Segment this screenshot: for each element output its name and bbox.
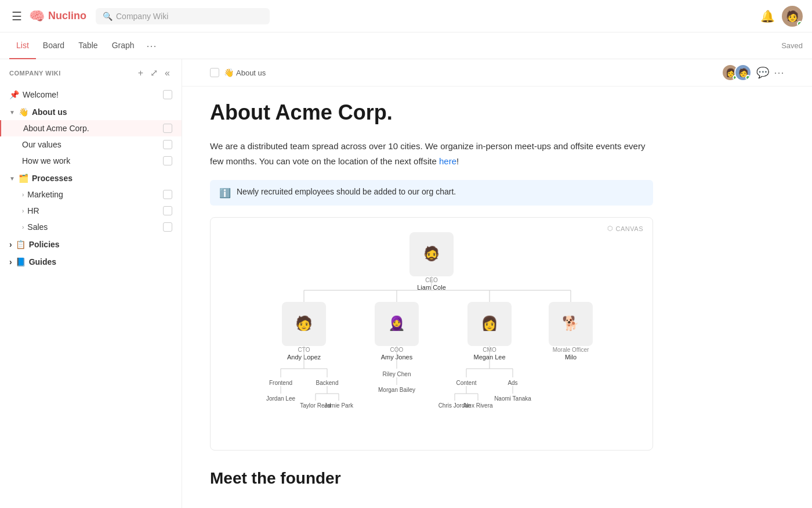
search-icon: 🔍: [103, 12, 113, 21]
svg-text:🧕: 🧕: [388, 315, 405, 332]
sidebar-item-guides[interactable]: › 📘 Guides: [0, 253, 182, 270]
doc-toolbar: 👋 About us 👩 🧑 💬 ⋯: [182, 59, 812, 87]
canvas-icon: ⬡: [607, 225, 614, 232]
notification-button[interactable]: 🔔: [760, 9, 775, 23]
breadcrumb-emoji: 👋: [224, 68, 234, 77]
user-avatar[interactable]: 🧑: [782, 6, 803, 27]
body-text-end: !: [456, 156, 459, 166]
sidebar-item-sales[interactable]: › Sales: [0, 219, 182, 235]
collapse-sidebar-button[interactable]: «: [162, 66, 172, 80]
canvas-label: ⬡ CANVAS: [607, 225, 643, 232]
saved-status: Saved: [781, 41, 803, 50]
sidebar-item-label: About Acme Corp.: [23, 124, 160, 133]
item-checkbox: [163, 90, 172, 99]
doc-body-text: We are a distributed team spread across …: [210, 139, 653, 168]
avatar-image: 🧑: [786, 10, 799, 23]
content-area: 👋 About us 👩 🧑 💬 ⋯: [182, 59, 812, 508]
sidebar-item-our-values[interactable]: Our values: [0, 136, 182, 153]
body-text-1: We are a distributed team spread across …: [210, 141, 645, 166]
more-views-button[interactable]: ⋯: [142, 37, 161, 55]
org-chart-svg: 🧔 CEO Liam Cole 🧑 CTO And: [246, 229, 617, 438]
top-right-actions: 🔔 🧑: [760, 6, 803, 27]
doc-checkbox[interactable]: [210, 68, 219, 77]
brain-icon: 🧠: [29, 9, 45, 24]
group-label: Guides: [29, 257, 56, 266]
svg-text:Morale Officer: Morale Officer: [553, 347, 589, 353]
info-box: ℹ️ Newly recruited employees should be a…: [210, 180, 653, 206]
sidebar-header: COMPANY WIKI + ⤢ «: [0, 59, 182, 87]
sidebar-item-about-acme[interactable]: About Acme Corp.: [0, 120, 182, 136]
sidebar-item-label: Sales: [27, 222, 160, 232]
svg-text:Alex Rivera: Alex Rivera: [463, 402, 493, 409]
collapse-icon: ▼: [9, 175, 15, 182]
logo[interactable]: 🧠 Nuclino: [29, 9, 86, 24]
item-checkbox: [163, 140, 172, 149]
svg-text:Jamie Park: Jamie Park: [324, 402, 354, 409]
collab-avatar-2: 🧑: [734, 64, 752, 81]
svg-text:🧔: 🧔: [423, 245, 440, 262]
sidebar-title: COMPANY WIKI: [9, 70, 131, 77]
sidebar-item-marketing[interactable]: › Marketing: [0, 186, 182, 203]
expand-arrow: ›: [22, 224, 24, 230]
svg-text:Jordan Lee: Jordan Lee: [266, 395, 295, 402]
search-placeholder: Company Wiki: [116, 12, 168, 21]
svg-text:Ads: Ads: [507, 380, 517, 386]
item-checkbox: [163, 124, 172, 133]
sidebar-item-label: Marketing: [27, 190, 160, 199]
item-checkbox: [163, 206, 172, 215]
svg-text:🧑: 🧑: [295, 315, 313, 332]
tab-table[interactable]: Table: [71, 33, 104, 59]
sidebar-item-how-we-work[interactable]: How we work: [0, 153, 182, 169]
info-icon: ℹ️: [219, 188, 231, 199]
sidebar-item-policies[interactable]: › 📋 Policies: [0, 235, 182, 253]
expand-sidebar-button[interactable]: ⤢: [148, 66, 160, 80]
sidebar-item-welcome[interactable]: 📌 Welcome!: [0, 87, 182, 103]
expand-arrow: ›: [22, 208, 24, 214]
online-dot: [745, 75, 751, 80]
policies-emoji: 📋: [16, 240, 26, 249]
item-checkbox: [163, 190, 172, 199]
comment-button[interactable]: 💬: [756, 66, 769, 79]
sidebar-item-about-us[interactable]: ▼ 👋 About us: [0, 103, 182, 120]
guides-emoji: 📘: [16, 257, 26, 266]
more-options-button[interactable]: ⋯: [774, 66, 784, 79]
tab-list[interactable]: List: [9, 33, 36, 59]
tab-graph[interactable]: Graph: [105, 33, 142, 59]
breadcrumb: 👋 About us: [224, 68, 266, 77]
group-label: Policies: [29, 240, 60, 249]
processes-emoji: 🗂️: [19, 174, 28, 183]
item-checkbox: [163, 156, 172, 165]
doc-toolbar-right: 👩 🧑 💬 ⋯: [722, 64, 784, 81]
main-layout: COMPANY WIKI + ⤢ « 📌 Welcome! ▼ 👋 About …: [0, 59, 812, 508]
sidebar-item-label: Our values: [22, 140, 160, 149]
info-text: Newly recruited employees should be adde…: [237, 187, 456, 196]
item-checkbox: [163, 222, 172, 232]
svg-text:Milo: Milo: [565, 354, 577, 361]
svg-text:Content: Content: [456, 380, 476, 386]
meet-founder-title: Meet the founder: [210, 469, 653, 488]
svg-text:Naomi Tanaka: Naomi Tanaka: [494, 395, 531, 402]
online-indicator: [797, 21, 803, 27]
sidebar-item-label: HR: [27, 206, 160, 215]
search-bar[interactable]: 🔍 Company Wiki: [96, 8, 270, 24]
sidebar-item-processes[interactable]: ▼ 🗂️ Processes: [0, 169, 182, 186]
group-label: About us: [32, 107, 67, 117]
menu-button[interactable]: ☰: [9, 7, 24, 26]
tab-board[interactable]: Board: [36, 33, 71, 59]
top-nav: ☰ 🧠 Nuclino 🔍 Company Wiki 🔔 🧑: [0, 0, 812, 33]
doc-content: About Acme Corp. We are a distributed te…: [182, 87, 681, 508]
expand-arrow: ›: [9, 240, 12, 249]
sidebar-item-hr[interactable]: › HR: [0, 203, 182, 219]
add-item-button[interactable]: +: [136, 66, 146, 80]
org-chart-canvas[interactable]: ⬡ CANVAS 🧔 CEO Liam Cole: [210, 217, 653, 451]
svg-text:Riley Chen: Riley Chen: [383, 371, 411, 377]
expand-arrow: ›: [9, 257, 12, 266]
logo-text: Nuclino: [48, 10, 86, 22]
collapse-icon: ▼: [9, 109, 15, 116]
here-link[interactable]: here: [439, 156, 456, 166]
sidebar: COMPANY WIKI + ⤢ « 📌 Welcome! ▼ 👋 About …: [0, 59, 182, 508]
svg-text:👩: 👩: [481, 315, 498, 332]
svg-text:🐕: 🐕: [562, 315, 579, 332]
breadcrumb-link[interactable]: About us: [236, 69, 266, 77]
group-label: Processes: [32, 174, 72, 183]
